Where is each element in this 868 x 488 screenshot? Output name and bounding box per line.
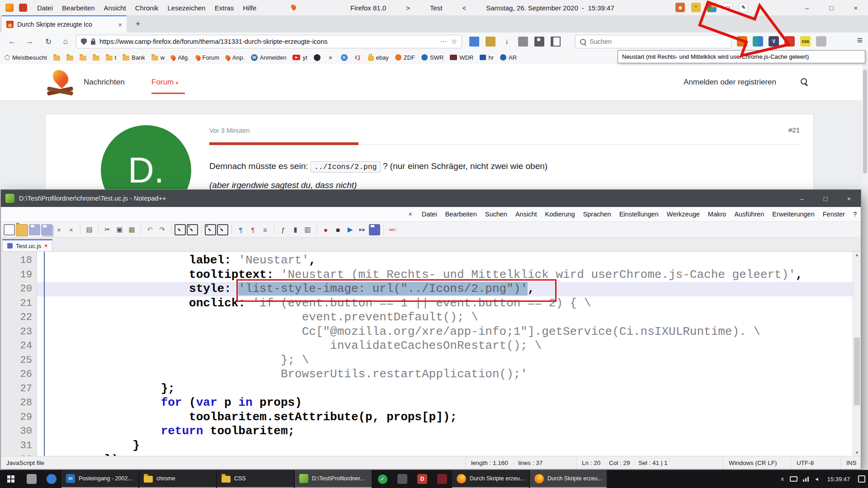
addon-split-icon[interactable] — [753, 36, 763, 47]
bookmark-forum[interactable]: Forum — [196, 54, 220, 61]
bookmark-anp[interactable]: Anp. — [226, 54, 245, 61]
line-number[interactable]: 26 — [1, 367, 32, 382]
replace-icon[interactable] — [187, 224, 198, 235]
pinned-app-icon-1[interactable] — [22, 470, 42, 488]
screenshot-icon[interactable] — [534, 37, 544, 47]
status-encoding[interactable]: UTF-8 — [791, 456, 840, 469]
tray-expand-icon[interactable]: ∧ — [780, 476, 784, 482]
task-firefox-1[interactable]: Durch Skripte erzeu... — [452, 470, 529, 488]
minimize-button[interactable]: – — [790, 190, 814, 207]
page-actions-icon[interactable]: ⋯ — [440, 38, 447, 46]
tray-network-icon[interactable] — [803, 477, 809, 482]
tray-app-icon-2[interactable] — [392, 470, 412, 488]
close-button[interactable]: × — [844, 0, 868, 15]
bookmark-t[interactable]: t — [106, 54, 117, 61]
status-insert-mode[interactable]: INS — [840, 456, 861, 469]
open-file-icon[interactable] — [16, 224, 28, 236]
redo-icon[interactable]: ↷ — [156, 224, 168, 235]
browser-scrollbar[interactable] — [862, 64, 868, 470]
login-link[interactable]: Anmelden oder registrieren — [684, 64, 776, 100]
menubar-item[interactable]: Hilfe — [238, 4, 261, 12]
notepad-menu-item[interactable]: Makro — [704, 211, 730, 218]
action-center-icon[interactable] — [858, 475, 865, 483]
tab-close-icon[interactable]: × — [118, 21, 122, 28]
tray-app-icon-check[interactable]: ✓ — [373, 470, 392, 488]
bookmark-x[interactable]: × — [327, 54, 335, 61]
tab-close-icon[interactable]: × — [44, 243, 47, 249]
task-folder-chrome[interactable]: chrome — [139, 470, 216, 488]
menubar-item[interactable]: Chronik — [131, 4, 163, 12]
stop-macro-icon[interactable]: ■ — [332, 224, 344, 235]
clock[interactable]: 15:39:47 — [825, 476, 853, 483]
show-symbols-icon[interactable]: ¶ — [247, 224, 259, 235]
menubar-item[interactable]: Bearbeiten — [57, 4, 99, 12]
post-time[interactable]: Vor 3 Minuten — [209, 127, 250, 134]
addon-gray-icon[interactable] — [816, 36, 826, 47]
editor-scrollbar[interactable]: ▲ ▼ — [853, 252, 861, 456]
word-wrap-icon[interactable]: ¶ — [235, 224, 246, 235]
library-icon[interactable] — [469, 37, 479, 47]
tray-app-icon-d[interactable]: D — [412, 470, 432, 488]
shield-icon[interactable] — [81, 38, 87, 45]
line-number[interactable]: 24 — [1, 339, 32, 353]
tray-display-icon[interactable] — [790, 476, 797, 482]
play-macro-icon[interactable]: ▶ — [344, 224, 356, 235]
bookmark-cj[interactable]: Cj — [354, 54, 362, 61]
task-mail[interactable]: ✉Posteingang - 2002... — [61, 470, 138, 488]
function-list-icon[interactable]: ƒ — [278, 224, 289, 235]
addon-v-icon[interactable]: V — [769, 36, 779, 47]
notepad-titlebar[interactable]: D:\Test\Profilordner\chrome\Test.uc.js -… — [1, 190, 861, 207]
bookmark-meistbesucht[interactable]: Meistbesucht — [5, 54, 47, 61]
find-icon[interactable] — [175, 224, 186, 235]
paste-icon[interactable]: ▦ — [126, 224, 137, 235]
addon-icon-grid[interactable] — [707, 3, 717, 12]
notepad-menu-item[interactable]: Datei — [418, 211, 441, 218]
line-number-gutter[interactable]: 181920212223242526272829303132 — [1, 252, 37, 456]
forward-button[interactable]: → — [23, 35, 36, 48]
bookmark-anmelden[interactable]: W Anmelden — [251, 54, 287, 61]
line-number[interactable]: 32 — [1, 453, 32, 456]
home-button[interactable]: ⌂ — [59, 35, 72, 48]
notepad-menu-item[interactable]: Einstellungen — [615, 211, 663, 218]
bookmark-yt[interactable]: ▶ yt — [292, 54, 307, 61]
bookmark-swr[interactable]: SWR — [421, 54, 443, 61]
close-file-icon[interactable]: × — [53, 224, 65, 235]
bookmark-github[interactable] — [314, 54, 321, 61]
scroll-up-icon[interactable]: ▲ — [853, 253, 861, 257]
bookmark-folder-2[interactable] — [66, 54, 73, 61]
line-number[interactable]: 29 — [1, 410, 32, 425]
tray-volume-icon[interactable]: ◄ — [814, 476, 819, 482]
addon-icon-orange[interactable]: ◆ — [675, 3, 685, 12]
bookmark-star-icon[interactable]: ☆ — [451, 38, 457, 46]
print-icon[interactable]: ▤ — [84, 224, 95, 235]
run-macro-multi-icon[interactable]: ▶▶ — [357, 224, 368, 235]
record-macro-icon[interactable]: ● — [320, 224, 331, 235]
menu-button[interactable]: ≡ — [857, 35, 863, 46]
addon-image-search-icon[interactable] — [737, 36, 747, 47]
indent-guide-icon[interactable]: ≡ — [259, 224, 271, 235]
bookmark-ebay[interactable]: ebay — [368, 54, 389, 61]
save-macro-icon[interactable] — [369, 224, 380, 235]
bookmark-g[interactable]: G — [341, 54, 348, 61]
nav-forum[interactable]: Forum ▾ — [151, 64, 178, 100]
undo-icon[interactable]: ↶ — [144, 224, 156, 235]
code-area[interactable]: label: 'Neustart', tooltiptext: 'Neustar… — [37, 252, 861, 456]
site-search-icon[interactable] — [801, 78, 807, 84]
search-bar[interactable]: Suchen — [575, 35, 731, 48]
menubar-item[interactable]: Lesezeichen — [163, 4, 210, 12]
extension-icon[interactable] — [518, 37, 528, 47]
bookmark-bank[interactable]: Bank — [123, 54, 145, 61]
back-button[interactable]: ← — [5, 35, 19, 48]
addon-css-icon[interactable]: css — [800, 36, 811, 47]
scrollbar-thumb[interactable] — [854, 338, 860, 405]
line-number[interactable]: 27 — [1, 382, 32, 396]
bookmark-folder-1[interactable] — [53, 54, 60, 61]
notepad-menu-item[interactable]: Kodierung — [541, 211, 579, 218]
start-button[interactable] — [0, 470, 22, 488]
addon-icon-cj[interactable]: Cj — [723, 3, 732, 12]
new-tab-button[interactable]: + — [132, 18, 144, 30]
bookmark-zdf[interactable]: ZDF — [395, 54, 415, 61]
minimize-button[interactable]: – — [795, 0, 819, 15]
menubar-close-icon[interactable]: × — [409, 211, 412, 218]
sidebar-icon[interactable] — [551, 37, 561, 47]
